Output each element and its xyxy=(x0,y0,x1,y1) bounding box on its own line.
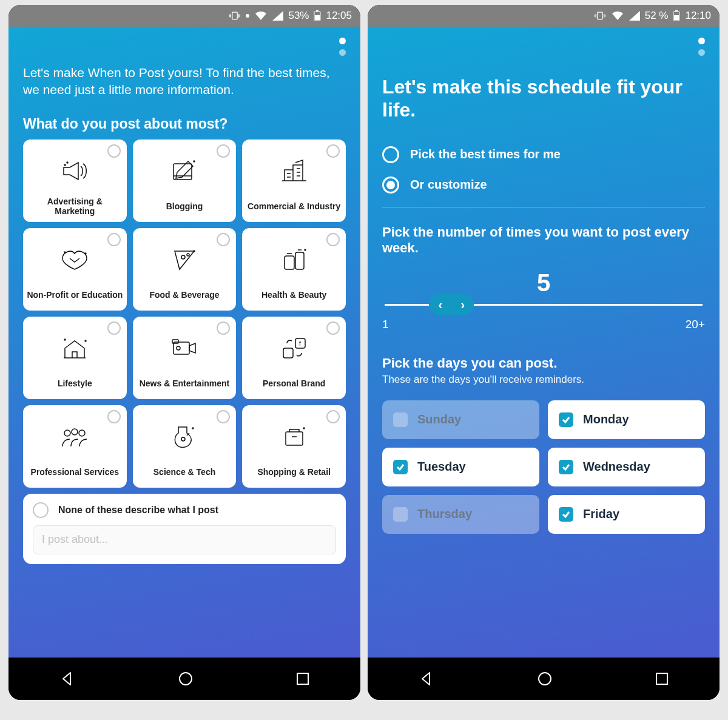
signal-icon xyxy=(272,11,283,21)
slider-max-label: 20+ xyxy=(686,318,705,331)
svg-point-9 xyxy=(85,253,86,254)
slider-track: ‹ › xyxy=(385,304,703,306)
category-icon xyxy=(170,146,199,197)
category-card[interactable]: fPersonal Brand xyxy=(242,317,346,399)
select-circle xyxy=(326,321,340,335)
clock: 12:10 xyxy=(685,10,711,22)
custom-topic-input[interactable] xyxy=(33,525,336,554)
day-toggle[interactable]: Tuesday xyxy=(382,448,539,486)
day-label: Sunday xyxy=(417,412,461,426)
svg-rect-13 xyxy=(285,256,294,269)
category-card[interactable]: Advertising & Marketing xyxy=(23,140,127,222)
category-card[interactable]: Food & Beverage xyxy=(133,228,237,311)
option-auto[interactable]: Pick the best times for me xyxy=(382,146,705,163)
category-icon xyxy=(59,146,90,197)
svg-rect-3 xyxy=(315,15,320,20)
category-card[interactable]: Blogging xyxy=(133,140,237,222)
svg-point-26 xyxy=(79,430,85,436)
svg-rect-35 xyxy=(675,10,678,12)
schedule-screen: Let's make this schedule fit your life. … xyxy=(368,27,720,658)
category-icon xyxy=(59,323,90,374)
day-label: Friday xyxy=(583,507,619,521)
category-card[interactable]: Non-Profit or Education xyxy=(23,228,127,311)
checkbox-checked-icon xyxy=(559,412,573,427)
home-icon[interactable] xyxy=(537,671,553,687)
none-radio[interactable] xyxy=(33,502,49,518)
svg-point-37 xyxy=(539,673,551,685)
category-card[interactable]: Science & Tech xyxy=(133,405,237,488)
day-toggle[interactable]: Friday xyxy=(548,495,705,534)
select-circle xyxy=(107,144,121,158)
svg-rect-29 xyxy=(286,432,303,445)
svg-point-16 xyxy=(64,339,66,340)
category-label: Commercial & Industry xyxy=(248,197,340,216)
category-card[interactable]: News & Entertainment xyxy=(133,317,237,399)
select-circle xyxy=(326,410,340,423)
recents-icon[interactable] xyxy=(655,672,669,685)
radio-unchecked-icon xyxy=(382,146,399,163)
category-label: Shopping & Retail xyxy=(257,462,331,482)
days-grid: SundayMondayTuesdayWednesdayThursdayFrid… xyxy=(382,400,705,534)
day-label: Wednesday xyxy=(583,460,650,474)
category-card[interactable]: Professional Services xyxy=(23,405,127,488)
category-card[interactable]: Commercial & Industry xyxy=(242,140,346,222)
none-card[interactable]: None of these describe what I post xyxy=(23,494,346,564)
battery-icon xyxy=(673,10,680,21)
category-label: Health & Beauty xyxy=(261,285,326,304)
phone-onboarding-topics: 53% 12:05 Let's make When to Post yours!… xyxy=(8,5,360,700)
category-icon xyxy=(170,411,199,462)
frequency-question: Pick the number of times you want to pos… xyxy=(382,224,705,256)
slider-thumb[interactable]: ‹ › xyxy=(429,294,474,315)
page-title: Let's make this schedule fit your life. xyxy=(382,75,705,122)
vibrate-icon xyxy=(594,11,606,21)
select-circle xyxy=(107,410,121,423)
chevron-left-icon: ‹ xyxy=(439,298,443,311)
day-toggle[interactable]: Monday xyxy=(548,400,705,439)
day-label: Monday xyxy=(583,412,629,426)
day-toggle[interactable]: Sunday xyxy=(382,400,539,439)
home-icon[interactable] xyxy=(178,671,194,687)
select-circle xyxy=(107,321,121,335)
back-icon[interactable] xyxy=(419,671,434,687)
days-question: Pick the days you can post. xyxy=(382,355,705,371)
frequency-slider[interactable]: 5 ‹ › 1 20+ xyxy=(382,269,705,331)
svg-point-11 xyxy=(187,254,189,256)
intro-text: Let's make When to Post yours! To find t… xyxy=(23,64,346,99)
svg-point-4 xyxy=(67,162,68,163)
svg-point-10 xyxy=(181,255,185,259)
select-circle xyxy=(217,144,230,158)
option-customize[interactable]: Or customize xyxy=(382,177,705,193)
category-icon xyxy=(59,234,90,285)
category-label: Professional Services xyxy=(31,462,120,482)
svg-rect-38 xyxy=(656,673,667,684)
frequency-value: 5 xyxy=(382,269,705,297)
day-label: Tuesday xyxy=(417,460,466,474)
svg-point-5 xyxy=(64,164,66,166)
svg-point-15 xyxy=(305,249,306,251)
category-icon xyxy=(278,146,310,197)
category-label: Personal Brand xyxy=(263,374,325,393)
page-indicator xyxy=(698,38,705,56)
category-card[interactable]: Lifestyle xyxy=(23,317,127,399)
radio-checked-icon xyxy=(382,177,399,193)
select-circle xyxy=(107,233,121,246)
divider xyxy=(382,207,705,207)
svg-rect-14 xyxy=(295,252,304,269)
clock: 12:05 xyxy=(326,10,352,22)
svg-point-25 xyxy=(72,429,78,435)
day-toggle[interactable]: Thursday xyxy=(382,495,539,534)
recents-icon[interactable] xyxy=(296,672,309,685)
checkbox-unchecked-icon xyxy=(393,412,408,427)
chevron-right-icon: › xyxy=(461,298,465,311)
back-icon[interactable] xyxy=(59,671,75,687)
category-icon: f xyxy=(278,323,310,374)
wifi-icon xyxy=(254,11,268,21)
svg-rect-33 xyxy=(598,12,602,19)
category-card[interactable]: Shopping & Retail xyxy=(242,405,346,488)
category-card[interactable]: Health & Beauty xyxy=(242,228,346,311)
svg-rect-0 xyxy=(232,12,237,19)
svg-point-17 xyxy=(85,340,86,341)
category-label: Non-Profit or Education xyxy=(27,285,123,304)
checkbox-unchecked-icon xyxy=(393,507,408,522)
day-toggle[interactable]: Wednesday xyxy=(548,448,705,486)
